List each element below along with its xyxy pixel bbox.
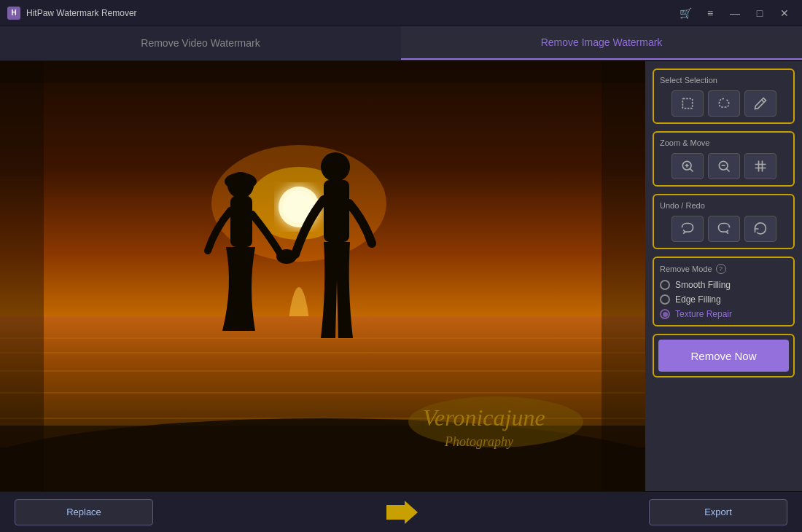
svg-line-33 [690,168,693,171]
zoom-move-section: Zoom & Move [653,131,795,187]
undo-tools-row [660,216,787,242]
titlebar-controls: 🛒 ≡ — □ ✕ [675,6,795,20]
remove-mode-header: Remove Mode ? [660,264,787,274]
undo-redo-section: Undo / Redo [653,194,795,249]
help-icon[interactable]: ? [716,264,726,274]
titlebar: H HitPaw Watermark Remover 🛒 ≡ — □ ✕ [0,0,802,26]
svg-point-20 [276,249,297,264]
svg-rect-25 [0,61,44,491]
svg-rect-16 [230,196,252,247]
svg-rect-28 [682,98,692,108]
right-panel: Select Selection [645,61,802,491]
bottom-bar: Replace Export [0,491,802,532]
svg-line-36 [726,168,729,171]
texture-repair-label: Texture Repair [675,309,732,319]
export-button[interactable]: Export [649,499,787,525]
edge-filling-option[interactable]: Edge Filling [660,294,787,305]
right-arrow-icon [383,499,419,525]
svg-rect-19 [324,180,349,242]
smooth-filling-option[interactable]: Smooth Filling [660,280,787,290]
svg-rect-37 [758,165,762,168]
move-button[interactable] [744,153,776,179]
svg-point-17 [225,173,257,190]
minimize-button[interactable]: — [725,6,745,20]
texture-repair-option[interactable]: Texture Repair [660,309,787,319]
svg-line-29 [761,100,763,102]
zoom-out-button[interactable] [708,153,740,179]
undo-section-label: Undo / Redo [660,201,787,210]
svg-rect-26 [602,61,645,491]
arrow-indicator [383,499,419,525]
app-logo: H [7,7,20,20]
texture-repair-radio[interactable] [660,309,670,319]
canvas-area[interactable]: Veronicajune Photography [0,61,645,491]
svg-point-24 [408,396,583,447]
remove-mode-section: Remove Mode ? Smooth Filling Edge Fillin… [653,257,795,326]
svg-marker-38 [386,501,418,524]
tab-image[interactable]: Remove Image Watermark [401,26,802,60]
undo-button[interactable] [671,216,704,242]
lasso-select-button[interactable] [708,90,740,117]
zoom-section-label: Zoom & Move [660,138,787,147]
main-content: Veronicajune Photography Select Selectio… [0,61,802,491]
menu-button[interactable]: ≡ [700,6,720,20]
remove-now-section: Remove Now [653,334,795,378]
smooth-filling-label: Smooth Filling [675,280,731,290]
select-tools-row [660,90,787,117]
tab-video[interactable]: Remove Video Watermark [0,26,401,60]
edge-filling-radio[interactable] [660,294,670,305]
select-selection-section: Select Selection [653,69,795,124]
titlebar-left: H HitPaw Watermark Remover [7,7,137,20]
reset-button[interactable] [744,216,776,242]
remove-now-button[interactable]: Remove Now [658,340,789,372]
app-title: HitPaw Watermark Remover [26,8,137,18]
replace-button[interactable]: Replace [15,499,153,525]
zoom-in-button[interactable] [671,153,704,179]
svg-point-18 [321,152,350,181]
close-button[interactable]: ✕ [774,6,795,20]
pen-select-button[interactable] [744,90,776,117]
zoom-tools-row [660,153,787,179]
sunset-scene: Veronicajune Photography [0,61,645,491]
tabbar: Remove Video Watermark Remove Image Wate… [0,26,802,61]
smooth-filling-radio[interactable] [660,280,670,290]
svg-rect-27 [0,61,645,83]
redo-button[interactable] [708,216,740,242]
select-section-label: Select Selection [660,76,787,85]
cart-button[interactable]: 🛒 [675,6,696,20]
maximize-button[interactable]: □ [750,6,770,20]
rect-select-button[interactable] [671,90,704,117]
edge-filling-label: Edge Filling [675,294,721,305]
